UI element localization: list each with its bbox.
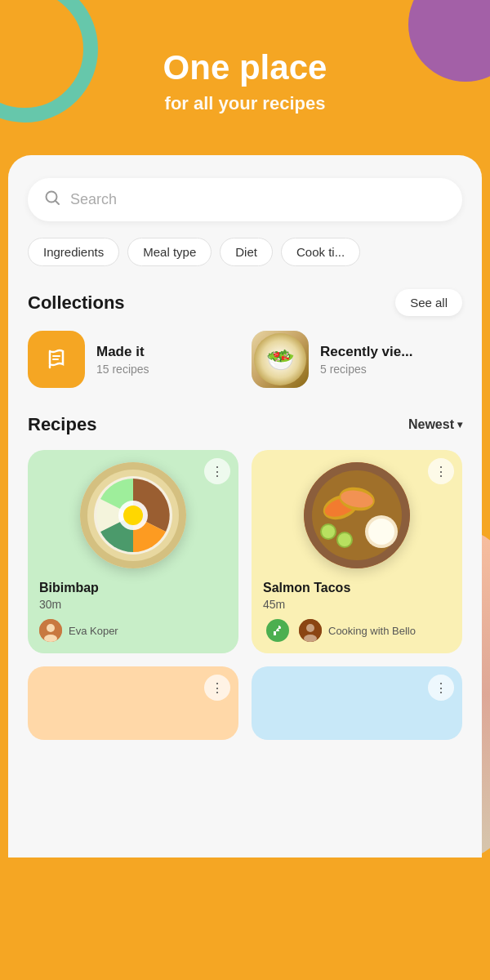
recently-viewed-count: 5 recipes [320,363,412,376]
collection-recently-viewed[interactable]: 🥗 Recently vie... 5 recipes [252,331,462,388]
filter-chips: Ingredients Meal type Diet Cook ti... [28,238,462,266]
bibimbap-author-name: Eva Koper [69,625,118,637]
see-all-button[interactable]: See all [395,289,462,316]
recently-viewed-info: Recently vie... 5 recipes [320,344,412,376]
search-bar[interactable]: Search [28,178,462,221]
collection-made-it[interactable]: Made it 15 recipes [28,331,238,388]
svg-point-23 [338,533,351,546]
bibimbap-author-row: Eva Koper [39,619,227,642]
recipe-card-bibimbap[interactable]: ⋮ [28,450,238,653]
recipe-card-partial-1[interactable]: ⋮ [28,666,238,740]
thumbs-up-icon [266,619,289,642]
bibimbap-time: 30m [39,598,227,611]
recently-viewed-name: Recently vie... [320,344,412,360]
tacos-title: Salmon Tacos [263,581,451,595]
recipe-card-partial-2[interactable]: ⋮ [252,666,462,740]
collections-header: Collections See all [28,289,462,316]
search-icon [44,189,60,210]
recently-viewed-image: 🥗 [252,331,309,388]
bibimbap-info: Bibimbap 30m Eva Koper [28,581,238,653]
svg-point-25 [306,624,314,632]
sort-button[interactable]: Newest ▾ [408,417,462,432]
search-placeholder: Search [70,191,117,208]
svg-point-8 [123,506,143,525]
eva-koper-avatar [39,619,62,642]
header-title: One place [16,49,474,87]
svg-point-15 [368,519,394,545]
svg-line-1 [56,201,60,205]
sort-label: Newest [408,417,454,432]
recipe-menu-button-tacos[interactable]: ⋮ [428,458,454,484]
tacos-time: 45m [263,598,451,611]
header-subtitle: for all your recipes [16,93,474,114]
tacos-info: Salmon Tacos 45m [252,581,462,653]
recipe-menu-button-partial-1[interactable]: ⋮ [204,675,230,701]
tacos-dish [304,462,410,568]
made-it-count: 15 recipes [96,363,149,376]
filter-chip-meal-type[interactable]: Meal type [127,238,212,266]
tacos-author-row: Cooking with Bello [263,619,451,642]
filter-chip-diet[interactable]: Diet [220,238,273,266]
recipes-title: Recipes [28,414,96,435]
recipe-card-salmon-tacos[interactable]: ⋮ [252,450,462,653]
svg-point-21 [322,525,335,538]
collections-title: Collections [28,292,125,314]
header: One place for all your recipes [0,0,490,139]
made-it-icon [28,331,85,388]
bibimbap-title: Bibimbap [39,581,227,595]
bibimbap-dish [80,462,186,568]
recipes-header: Recipes Newest ▾ [28,414,462,435]
chevron-down-icon: ▾ [457,419,462,430]
bottom-cards-row: ⋮ ⋮ [28,666,462,740]
filter-chip-cook-time[interactable]: Cook ti... [281,238,360,266]
filter-chip-ingredients[interactable]: Ingredients [28,238,119,266]
svg-point-10 [47,624,55,632]
recipe-menu-button-bibimbap[interactable]: ⋮ [204,458,230,484]
cooking-bello-avatar [299,619,322,642]
collections-row: Made it 15 recipes 🥗 Recently vie... 5 r… [28,331,462,388]
made-it-name: Made it [96,344,149,360]
recipes-grid: ⋮ [28,450,462,653]
main-card: Search Ingredients Meal type Diet Cook t… [8,155,482,858]
tacos-author-name: Cooking with Bello [328,625,416,637]
recipes-section: Recipes Newest ▾ ⋮ [28,414,462,740]
made-it-info: Made it 15 recipes [96,344,149,376]
recipe-menu-button-partial-2[interactable]: ⋮ [428,675,454,701]
